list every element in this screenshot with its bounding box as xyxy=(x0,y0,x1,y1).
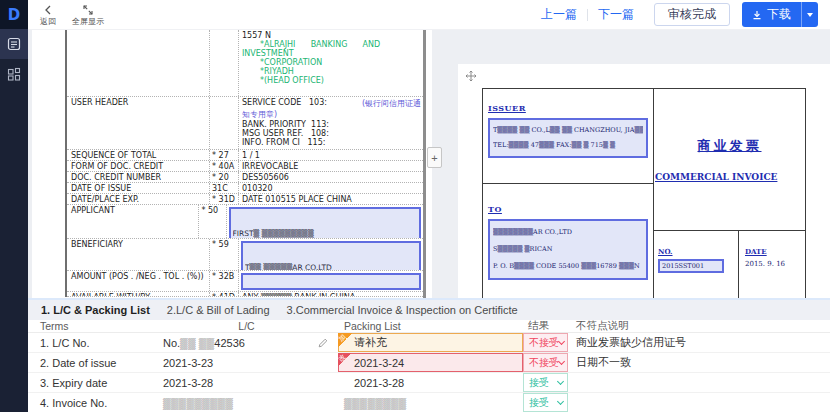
result-select[interactable]: 不接受 xyxy=(523,353,568,372)
field-value: DES505606 xyxy=(242,173,421,182)
sidebar-item-apps[interactable] xyxy=(0,59,28,89)
fullscreen-label: 全屏显示 xyxy=(72,17,104,26)
back-label: 返回 xyxy=(40,17,56,26)
move-handle-icon[interactable] xyxy=(465,68,477,86)
invoice-title-en: COMMERCIAL INVOICE xyxy=(655,172,777,182)
field-tag: * 59 xyxy=(209,239,239,270)
bank-stamp-text: (银行间信用证通 xyxy=(362,98,421,109)
compare-table-header: Terms L/C Packing List 结果 不符点说明 xyxy=(28,320,830,333)
field-label: DATE OF ISSUE xyxy=(67,183,209,193)
edit-pencil-icon[interactable] xyxy=(318,338,328,350)
buyer-highlight-box[interactable]: ▒▒▒▒▒▒▒▒AR CO.,LTD S▒▒▒▒▒ ▒RICAN P. O. B… xyxy=(488,219,648,280)
document-icon xyxy=(7,37,21,51)
field-value: 1 / 1 xyxy=(242,151,421,160)
col-header-lc: L/C xyxy=(155,320,338,332)
invoice-title-cn: 商业发票 xyxy=(698,137,762,155)
corner-badge-modified: 改 xyxy=(338,353,352,367)
chevron-down-icon xyxy=(557,378,564,385)
chevron-down-icon xyxy=(557,398,564,405)
col-header-discrepancy: 不符点说明 xyxy=(568,319,830,333)
swift-row: FORM OF DOC. CREDIT * 40A IRREVOCABLE xyxy=(67,161,423,172)
table-row: 3. Expiry date 2021-3-28 2021-3-28 接受 xyxy=(28,373,830,393)
bank-stamp-text: 知专用章) xyxy=(242,109,421,120)
msg-type-line: 1557 N xyxy=(242,31,421,40)
invoice-no-label: NO. xyxy=(658,247,738,256)
chevron-down-icon xyxy=(558,358,565,365)
download-button[interactable]: 下载 xyxy=(742,2,801,27)
swift-row: DATE OF ISSUE 31C 010320 xyxy=(67,183,423,194)
lc-swift-document: 1557 N *ALRAJHI BANKING AND INVESTMENT *… xyxy=(32,30,432,298)
field-tag: * 31D xyxy=(209,194,239,204)
beneficiary-highlight-box[interactable]: T▒▒ ▒▒▒▒▒AR CO.LTD ▒▒▒▒ ANGZHOU,▒▒▒▒▒U,C… xyxy=(241,241,421,271)
download-label: 下载 xyxy=(767,6,791,23)
next-article-link[interactable]: 下一篇 xyxy=(598,6,634,23)
tab-lc-packing-list[interactable]: 1. L/C & Packing List xyxy=(41,304,150,316)
app-logo[interactable]: D xyxy=(0,0,28,29)
to-section: TO ▒▒▒▒▒▒▒▒AR CO.,LTD S▒▒▒▒▒ ▒RICAN P. O… xyxy=(483,184,653,298)
to-label: TO xyxy=(488,204,648,214)
tab-ci-inspection-certificate[interactable]: 3.Commercial Invoice & Inspection on Cer… xyxy=(287,304,518,316)
discrepancy-note xyxy=(568,373,830,392)
field-tag: * 50 xyxy=(198,205,226,238)
download-icon xyxy=(752,10,762,20)
swift-row: DATE/PLACE EXP. * 31D DATE 010515 PLACE … xyxy=(67,194,423,205)
commercial-invoice-document: ISSUER T▒▒▒▒ ▒▒ CO.,L▒▒ ▒▒ CHANGZHOU, JI… xyxy=(458,64,830,298)
swift-row-applicant: APPLICANT * 50 FIRST▒ ▒▒▒▒▒▒▒▒▒ SEA▒▒▒▒ … xyxy=(67,205,423,239)
col-header-terms: Terms xyxy=(28,320,155,332)
result-select[interactable]: 接受 xyxy=(523,373,568,392)
result-cell: 接受 xyxy=(523,393,568,412)
swift-row-available: AVAILABLE WITH/BY * 41D ANY ▒▒▒▒▒ BANK I… xyxy=(67,292,423,297)
packing-list-cell: ▒▒▒▒▒▒▒▒ xyxy=(338,393,523,412)
documents-area: 1557 N *ALRAJHI BANKING AND INVESTMENT *… xyxy=(28,30,830,298)
discrepancy-note xyxy=(568,393,830,412)
field-label: BENEFICIARY xyxy=(67,239,209,270)
packing-list-cell[interactable]: 改 2021-3-24 xyxy=(338,353,523,372)
download-options-button[interactable] xyxy=(801,2,818,27)
col-header-packing-list: Packing List xyxy=(338,320,523,332)
swift-row: SEQUENCE OF TOTAL * 27 1 / 1 xyxy=(67,150,423,161)
swift-row: DOC. CREDIT NUMBER * 20 DES505606 xyxy=(67,172,423,183)
result-cell: 不接受 xyxy=(523,333,568,352)
document-scrollbar[interactable] xyxy=(423,30,426,298)
packing-list-cell: 2021-3-28 xyxy=(338,373,523,392)
back-button[interactable]: 返回 xyxy=(40,4,56,26)
tab-lc-bill-of-lading[interactable]: 2.L/C & Bill of Lading xyxy=(167,304,270,316)
field-tag: * 20 xyxy=(209,172,239,182)
invoice-date-label: DATE xyxy=(745,247,805,256)
zoom-in-button[interactable]: + xyxy=(427,147,442,168)
download-split-button: 下载 xyxy=(742,2,818,27)
chevron-down-icon xyxy=(558,338,565,345)
discrepancy-note: 日期不一致 xyxy=(568,353,830,372)
packing-list-cell[interactable]: 加 请补充 xyxy=(338,333,523,352)
invoice-date-value: 2015. 9. 16 xyxy=(745,260,805,268)
sidebar-item-documents[interactable] xyxy=(0,29,28,59)
term-cell: 2. Date of issue xyxy=(28,353,155,372)
field-tag: * 27 xyxy=(209,150,239,160)
issuer-label: ISSUER xyxy=(488,103,648,113)
term-cell: 1. L/C No. xyxy=(28,333,155,352)
fullscreen-expand-icon xyxy=(83,4,93,16)
swift-row-header: 1557 N *ALRAJHI BANKING AND INVESTMENT *… xyxy=(67,30,423,97)
prev-article-link[interactable]: 上一篇 xyxy=(541,6,577,23)
review-complete-button[interactable]: 审核完成 xyxy=(654,3,730,26)
field-label: AMOUNT (POS . /NEG . TOL . (%)) xyxy=(67,271,209,291)
swift-row-user-header: USER HEADER SERVICE CODE 103: (银行间信用证通 知… xyxy=(67,97,423,150)
fullscreen-button[interactable]: 全屏显示 xyxy=(72,4,104,26)
result-select[interactable]: 接受 xyxy=(523,393,568,412)
field-label: FORM OF DOC. CREDIT xyxy=(67,161,209,171)
toolbar-divider xyxy=(587,9,588,21)
invoice-no-highlight-box[interactable]: 2015SST001 xyxy=(658,259,724,273)
applicant-highlight-box[interactable]: FIRST▒ ▒▒▒▒▒▒▒▒▒ SEA▒▒▒▒ ▒▒ERICAN P.O. ▒… xyxy=(229,207,421,239)
result-select[interactable]: 不接受 xyxy=(523,333,568,352)
issuer-highlight-box[interactable]: T▒▒▒▒ ▒▒ CO.,L▒▒ ▒▒ CHANGZHOU, JIA▒▒SU, … xyxy=(488,118,648,158)
discrepancy-note: 商业发票缺少信用证号 xyxy=(568,333,830,352)
amount-highlight-box[interactable]: CURRENCY USD AMOUNT 560,000, xyxy=(241,273,421,290)
issuer-section: ISSUER T▒▒▒▒ ▒▒ CO.,L▒▒ ▒▒ CHANGZHOU, JI… xyxy=(483,89,653,184)
invoice-no-value: 2015SST001 xyxy=(662,262,704,270)
plus-icon: + xyxy=(431,152,437,164)
field-label: USER HEADER xyxy=(67,97,209,149)
swift-field-table: 1557 N *ALRAJHI BANKING AND INVESTMENT *… xyxy=(65,30,423,297)
field-tag: * 41D xyxy=(209,292,239,296)
top-toolbar: 返回 全屏显示 上一篇 下一篇 审核完成 下载 xyxy=(28,0,830,30)
compare-tabs: 1. L/C & Packing List 2.L/C & Bill of La… xyxy=(28,300,830,320)
